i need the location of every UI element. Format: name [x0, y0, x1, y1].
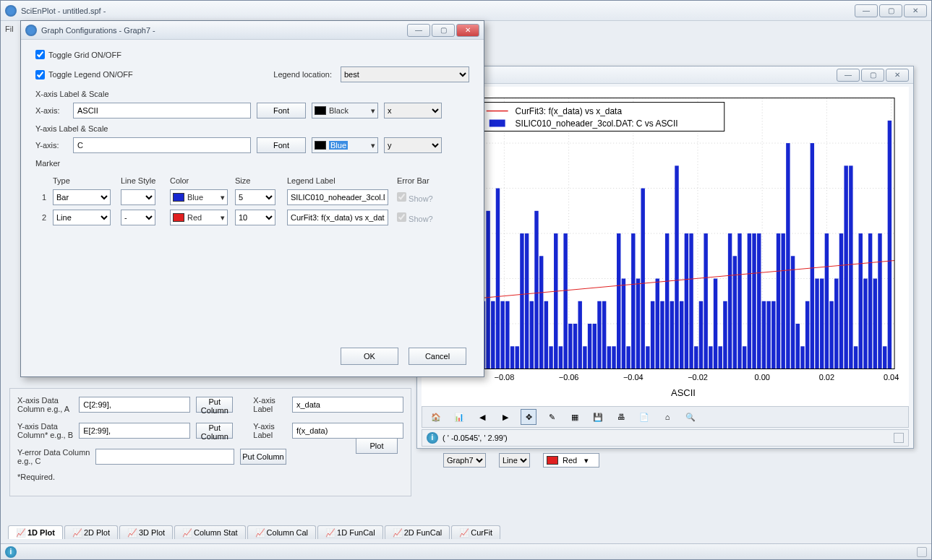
y-axis-input[interactable] [73, 137, 251, 153]
svg-rect-64 [651, 301, 654, 369]
forward-icon[interactable]: ▶ [497, 409, 513, 425]
tab-icon: 📈 [325, 528, 334, 537]
back-icon[interactable]: ◀ [474, 409, 490, 425]
svg-rect-48 [573, 324, 577, 369]
plot-close-button[interactable]: ✕ [886, 69, 909, 82]
marker-color-select[interactable]: Blue▾ [170, 189, 228, 205]
plot-button[interactable]: Plot [356, 438, 398, 454]
svg-text:0.04: 0.04 [884, 373, 899, 382]
dialog-minimize-button[interactable]: — [407, 24, 430, 37]
copy-icon[interactable]: 📄 [636, 409, 652, 425]
x-col-input[interactable] [79, 397, 190, 413]
marker-type-select[interactable]: Bar [53, 189, 111, 205]
y-axis-label-input[interactable] [292, 423, 403, 439]
home-icon[interactable]: 🏠 [428, 409, 444, 425]
x-font-button[interactable]: Font [257, 103, 306, 119]
svg-rect-72 [689, 233, 693, 369]
marker-legend-input[interactable] [287, 189, 388, 205]
marker-linestyle-select[interactable]: - [121, 210, 155, 225]
maximize-button[interactable]: ▢ [879, 4, 902, 17]
toggle-legend-checkbox[interactable] [35, 70, 45, 79]
yerr-put-button[interactable]: Put Column [240, 449, 286, 465]
tab-column-stat[interactable]: 📈Column Stat [174, 525, 246, 539]
svg-rect-47 [568, 324, 572, 369]
svg-rect-78 [718, 346, 722, 369]
ok-button[interactable]: OK [341, 348, 398, 365]
marker-type-select[interactable]: Line [53, 210, 111, 225]
y-color-select[interactable]: Blue▾ [312, 137, 378, 153]
yerr-col-input[interactable] [95, 449, 234, 465]
print-icon[interactable]: 🖶 [613, 409, 629, 425]
y-put-button[interactable]: Put Column [196, 423, 233, 439]
color-select[interactable]: Red ▾ [543, 453, 599, 468]
svg-rect-68 [670, 301, 674, 369]
y-var-select[interactable]: y [384, 137, 442, 153]
color-swatch [547, 456, 558, 465]
required-note: *Required. [17, 473, 403, 481]
svg-rect-53 [597, 301, 601, 369]
x-axis-input[interactable] [73, 103, 251, 119]
marker-size-select[interactable]: 5 [235, 189, 275, 205]
info-icon: i [427, 432, 438, 444]
y-section-label: Y-axis Label & Scale [35, 124, 469, 133]
house-icon[interactable]: ⌂ [659, 409, 675, 425]
svg-rect-34 [505, 301, 509, 369]
cancel-button[interactable]: Cancel [409, 348, 466, 365]
toggle-legend-label: Toggle Legend ON/OFF [48, 70, 133, 79]
plot-maximize-button[interactable]: ▢ [861, 69, 884, 82]
tab-column-cal[interactable]: 📈Column Cal [247, 525, 316, 539]
x-section-label: X-axis Label & Scale [35, 90, 469, 98]
edit-icon[interactable]: ✎ [544, 409, 560, 425]
tab-1d-plot[interactable]: 📈1D Plot [8, 525, 63, 539]
x-var-select[interactable]: x [384, 103, 442, 119]
close-button[interactable]: ✕ [904, 4, 927, 17]
svg-rect-113 [888, 121, 892, 369]
marker-color-select[interactable]: Red▾ [170, 210, 228, 225]
svg-rect-83 [743, 346, 746, 369]
svg-rect-75 [704, 233, 707, 369]
tab-icon: 📈 [16, 528, 25, 537]
svg-rect-84 [748, 233, 751, 369]
tab-curfit[interactable]: 📈CurFit [451, 525, 500, 539]
x-put-button[interactable]: Put Column [196, 397, 233, 413]
svg-rect-37 [520, 233, 523, 369]
zoom-icon[interactable]: 🔍 [683, 409, 698, 425]
marker-size-select[interactable]: 10 [235, 210, 275, 225]
svg-rect-102 [834, 279, 838, 369]
legend-location-select[interactable]: best [341, 66, 469, 82]
cursor-coords: ( ' -0.0545', ' 2.99') [443, 434, 508, 442]
config-icon[interactable]: 📊 [451, 409, 467, 425]
svg-rect-57 [617, 233, 620, 369]
pan-icon[interactable]: ✥ [521, 409, 536, 425]
save-icon[interactable]: 💾 [590, 409, 606, 425]
svg-rect-52 [593, 324, 597, 369]
subplot-icon[interactable]: ▦ [567, 409, 583, 425]
plot-minimize-button[interactable]: — [837, 69, 860, 82]
tab-2d-plot[interactable]: 📈2D Plot [64, 525, 118, 539]
svg-text:−0.08: −0.08 [495, 373, 515, 382]
style-select[interactable]: Line [499, 453, 530, 468]
x-color-select[interactable]: Black▾ [312, 103, 378, 119]
dialog-close-button[interactable]: ✕ [456, 24, 479, 37]
minimize-button[interactable]: — [855, 4, 878, 17]
y-col-input[interactable] [79, 423, 190, 439]
status-box [894, 433, 904, 443]
toggle-grid-checkbox[interactable] [35, 50, 45, 59]
dialog-maximize-button[interactable]: ▢ [432, 24, 455, 37]
tab-2d-funcal[interactable]: 📈2D FunCal [385, 525, 450, 539]
x-axis-label-input[interactable] [292, 397, 403, 413]
marker-legend-input[interactable] [287, 210, 388, 225]
svg-rect-121 [489, 120, 505, 127]
tab-1d-funcal[interactable]: 📈1D FunCal [317, 525, 383, 539]
svg-rect-91 [781, 233, 784, 369]
x-col-label: X-axis Data Column e.g., A [17, 396, 79, 413]
toggle-grid-label: Toggle Grid ON/OFF [48, 51, 121, 59]
graph-select[interactable]: Graph7 [443, 453, 486, 468]
svg-rect-80 [728, 233, 732, 369]
svg-rect-90 [777, 233, 780, 369]
y-font-button[interactable]: Font [257, 137, 306, 153]
marker-linestyle-select[interactable] [121, 189, 155, 205]
tab-icon: 📈 [127, 528, 136, 537]
plot-titlebar: — ▢ ✕ [417, 66, 913, 84]
tab-3d-plot[interactable]: 📈3D Plot [119, 525, 173, 539]
